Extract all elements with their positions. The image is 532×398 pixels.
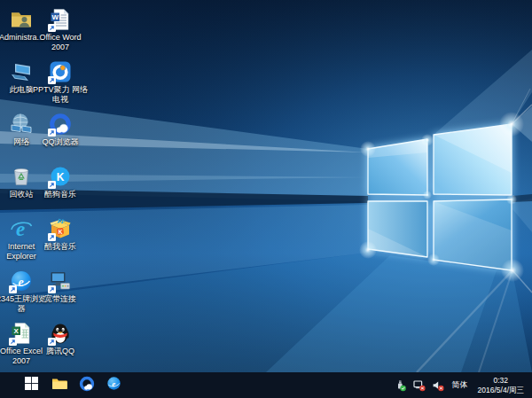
desktop-icon-internet-explorer[interactable]: e Internet Explorer [2, 217, 41, 261]
shortcut-arrow-icon [48, 24, 56, 32]
desktop-icon-pptv[interactable]: PPTV聚力 网络电视 [41, 60, 80, 104]
desktop-icon-label: 腾讯QQ [33, 347, 88, 356]
2345-browser-icon: e [106, 376, 121, 394]
desktop-icon-label: 酷狗音乐 [33, 190, 88, 199]
desktop-icon-broadband[interactable]: 宽带连接 [41, 269, 80, 304]
svg-text:K: K [57, 171, 65, 183]
shortcut-arrow-icon [48, 233, 56, 241]
svg-text:e: e [16, 218, 25, 240]
qq-browser-icon [79, 376, 95, 395]
recycle-bin-icon [10, 165, 33, 188]
desktop-icon-label: 宽带连接 [33, 294, 88, 304]
clock-time: 0:32 [478, 376, 524, 386]
desktop-icon-label: PPTV聚力 网络电视 [33, 85, 88, 104]
desktop-icon-kuwo-music[interactable]: K 酷我音乐 [41, 217, 80, 252]
svg-text:e: e [18, 276, 23, 289]
desktop-icon-office-excel[interactable]: X Office Excel 2007 [2, 322, 41, 365]
svg-text:W: W [51, 13, 59, 21]
desktop-icon-label: 酷我音乐 [33, 242, 88, 252]
svg-text:e: e [112, 379, 115, 388]
shortcut-arrow-icon [48, 76, 56, 84]
network-disconnected-icon[interactable] [413, 378, 426, 392]
internet-explorer-icon: e [10, 217, 33, 240]
qq-browser-icon [49, 113, 72, 136]
windows-desktop: Administra... W Office Word 200 [0, 0, 532, 398]
shortcut-arrow-icon [48, 129, 56, 137]
kugou-music-icon: K [49, 165, 72, 188]
windows-hero-wallpaper [0, 0, 532, 372]
pptv-icon [49, 60, 72, 83]
tencent-qq-icon [49, 322, 72, 345]
user-folder-icon [10, 8, 33, 31]
desktop-icon-tencent-qq[interactable]: 腾讯QQ [41, 322, 80, 356]
start-button[interactable] [18, 372, 45, 398]
desktop-icon-2345-browser[interactable]: e 2345王牌浏览器 [2, 269, 41, 313]
taskbar-qq-browser-button[interactable] [73, 372, 100, 398]
desktop-icon-label: Office Word 2007 [33, 33, 88, 51]
shortcut-arrow-icon [48, 338, 56, 346]
input-method-indicator[interactable]: 简体 [450, 379, 470, 391]
clock-date: 2016/5/4/周三 [478, 386, 524, 395]
this-pc-icon [10, 60, 33, 83]
network-icon [10, 113, 33, 136]
kuwo-music-icon: K [49, 217, 72, 240]
desktop-icon-label: QQ浏览器 [33, 137, 88, 147]
excel-document-icon: X [10, 322, 33, 345]
windows-logo-icon [25, 377, 38, 394]
svg-text:X: X [14, 327, 20, 335]
taskbar: e [0, 372, 532, 398]
desktop-icon-qq-browser[interactable]: QQ浏览器 [41, 113, 80, 147]
svg-text:K: K [59, 229, 63, 235]
shortcut-arrow-icon [9, 338, 17, 346]
shortcut-arrow-icon [9, 285, 17, 293]
volume-muted-icon[interactable] [432, 378, 445, 392]
2345-browser-icon: e [10, 269, 33, 293]
desktop-icon-kugou-music[interactable]: K 酷狗音乐 [41, 165, 80, 199]
shortcut-arrow-icon [48, 181, 56, 189]
desktop-area[interactable]: Administra... W Office Word 200 [0, 0, 532, 372]
usb-safely-remove-icon[interactable] [395, 378, 408, 392]
shortcut-arrow-icon [48, 285, 56, 293]
taskbar-file-explorer-button[interactable] [45, 372, 73, 398]
taskbar-2345-browser-button[interactable]: e [100, 372, 128, 398]
file-explorer-icon [51, 377, 67, 394]
word-document-icon: W [49, 8, 72, 31]
taskbar-clock[interactable]: 0:32 2016/5/4/周三 [475, 376, 527, 394]
broadband-connection-icon [49, 269, 72, 293]
desktop-icon-office-word[interactable]: W Office Word 2007 [41, 8, 80, 51]
system-tray: 简体 0:32 2016/5/4/周三 [395, 372, 532, 398]
